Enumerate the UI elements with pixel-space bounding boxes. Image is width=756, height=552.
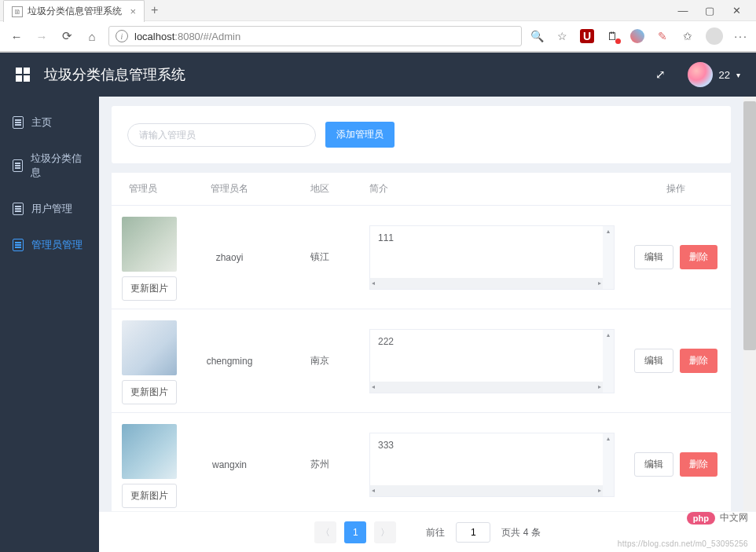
scroll-area[interactable]: 添加管理员 管理员 管理员名 地区 简介 操作 xyxy=(99,97,743,511)
intro-vertical-scrollbar[interactable]: ▴ xyxy=(603,433,614,485)
prev-page-button[interactable]: 〈 xyxy=(314,521,336,543)
extension-note-icon[interactable]: 🗒 xyxy=(605,29,619,43)
goto-label: 前往 xyxy=(426,526,445,539)
favorite-icon[interactable]: ☆ xyxy=(555,29,569,43)
table-row: 更新图片 zhaoyi 镇江 111 ▴ ◂▸ xyxy=(112,206,731,309)
intro-horizontal-scrollbar[interactable]: ◂▸ xyxy=(370,485,603,496)
sidebar-item-label: 主页 xyxy=(31,115,52,130)
profile-icon[interactable] xyxy=(706,27,723,45)
scrollbar-thumb[interactable] xyxy=(743,101,756,350)
cell-intro: 111 xyxy=(370,226,614,250)
forward-button[interactable]: → xyxy=(33,27,50,45)
refresh-button[interactable]: ⟳ xyxy=(58,27,75,45)
favorites-bar-icon[interactable]: ✩ xyxy=(681,29,695,43)
intro-box[interactable]: 333 ▴ ◂▸ xyxy=(369,433,615,497)
app-title: 垃圾分类信息管理系统 xyxy=(44,65,185,84)
cell-name: zhaoyi xyxy=(181,243,278,272)
extension-clip-icon[interactable]: ✎ xyxy=(655,29,670,43)
admin-table: 管理员 管理员名 地区 简介 操作 更新图片 zhao xyxy=(112,173,731,511)
page-icon xyxy=(13,116,24,129)
total-label: 页共 4 条 xyxy=(501,526,540,539)
th-intro: 简介 xyxy=(361,173,621,205)
add-admin-button[interactable]: 添加管理员 xyxy=(325,122,395,148)
browser-tab[interactable]: 🗎 垃圾分类信息管理系统 × xyxy=(3,0,145,22)
table-row: 更新图片 wangxin 苏州 333 ▴ ◂▸ xyxy=(112,413,731,511)
site-info-icon[interactable]: i xyxy=(116,30,128,42)
admin-avatar-image xyxy=(122,320,177,375)
cell-region: 南京 xyxy=(278,345,361,377)
filter-card: 添加管理员 xyxy=(112,106,731,163)
cell-intro: 222 xyxy=(370,330,614,353)
cell-name: chengming xyxy=(181,346,278,376)
edit-button[interactable]: 编辑 xyxy=(634,452,673,477)
intro-horizontal-scrollbar[interactable]: ◂▸ xyxy=(370,382,603,393)
cell-region: 苏州 xyxy=(278,448,361,481)
update-image-button[interactable]: 更新图片 xyxy=(122,484,177,508)
sidebar-item-label: 用户管理 xyxy=(31,202,72,216)
main-content: 添加管理员 管理员 管理员名 地区 简介 操作 xyxy=(99,97,756,552)
cell-region: 镇江 xyxy=(278,241,361,273)
maximize-button[interactable]: ▢ xyxy=(696,2,723,19)
tab-title: 垃圾分类信息管理系统 xyxy=(28,5,122,18)
th-ops: 操作 xyxy=(621,173,731,205)
extension-color-icon[interactable] xyxy=(630,29,644,43)
app-header: 垃圾分类信息管理系统 ⤢ 22 ▾ xyxy=(0,53,756,97)
table-header: 管理员 管理员名 地区 简介 操作 xyxy=(112,173,731,206)
delete-button[interactable]: 删除 xyxy=(680,349,717,373)
goto-page-input[interactable] xyxy=(456,522,490,543)
browser-chrome: 🗎 垃圾分类信息管理系统 × + — ▢ ✕ ← → ⟳ ⌂ i localho… xyxy=(0,0,756,53)
blog-watermark: https://blog.csdn.net/m0_53095256 xyxy=(618,539,748,548)
intro-box[interactable]: 111 ▴ ◂▸ xyxy=(369,225,615,290)
edit-button[interactable]: 编辑 xyxy=(634,245,673,269)
page-icon xyxy=(13,203,24,215)
home-button[interactable]: ⌂ xyxy=(83,27,101,45)
page-icon xyxy=(13,239,24,251)
url-input[interactable]: i localhost:8080/#/Admin xyxy=(108,26,522,46)
ublock-icon[interactable]: U xyxy=(580,29,594,43)
page-icon xyxy=(13,159,23,172)
intro-horizontal-scrollbar[interactable]: ◂▸ xyxy=(370,278,603,289)
cell-name: wangxin xyxy=(181,450,278,480)
th-avatar: 管理员 xyxy=(112,173,181,205)
sidebar-item-trash-info[interactable]: 垃圾分类信息 xyxy=(0,141,99,191)
url-text: localhost:8080/#/Admin xyxy=(134,31,240,42)
admin-avatar-image xyxy=(122,424,177,479)
delete-button[interactable]: 删除 xyxy=(680,452,717,477)
delete-button[interactable]: 删除 xyxy=(680,245,717,269)
intro-vertical-scrollbar[interactable]: ▴ xyxy=(603,226,614,278)
watermark: php 中文网 xyxy=(687,511,748,525)
back-button[interactable]: ← xyxy=(8,27,25,45)
search-input[interactable] xyxy=(127,123,316,147)
sidebar-item-home[interactable]: 主页 xyxy=(0,104,99,141)
window-controls: — ▢ ✕ xyxy=(663,0,756,20)
php-badge: php xyxy=(687,512,715,525)
sidebar: 主页 垃圾分类信息 用户管理 管理员管理 xyxy=(0,97,99,552)
intro-box[interactable]: 222 ▴ ◂▸ xyxy=(369,329,615,393)
sidebar-item-label: 管理员管理 xyxy=(31,238,83,252)
app: 垃圾分类信息管理系统 ⤢ 22 ▾ 主页 垃圾分类信息 用户管理 xyxy=(0,53,756,552)
user-label: 22 xyxy=(719,69,730,81)
sidebar-item-label: 垃圾分类信息 xyxy=(31,152,86,180)
close-tab-icon[interactable]: × xyxy=(130,5,136,17)
intro-vertical-scrollbar[interactable]: ▴ xyxy=(603,330,614,382)
fullscreen-icon[interactable]: ⤢ xyxy=(655,68,666,82)
close-window-button[interactable]: ✕ xyxy=(723,2,750,19)
user-menu[interactable]: 22 ▾ xyxy=(688,62,740,87)
search-icon[interactable]: 🔍 xyxy=(530,29,544,43)
page-number-button[interactable]: 1 xyxy=(344,521,366,543)
more-icon[interactable]: ··· xyxy=(734,29,748,43)
watermark-text: 中文网 xyxy=(720,511,748,525)
update-image-button[interactable]: 更新图片 xyxy=(122,276,177,301)
minimize-button[interactable]: — xyxy=(670,2,696,19)
update-image-button[interactable]: 更新图片 xyxy=(122,380,177,404)
sidebar-item-users[interactable]: 用户管理 xyxy=(0,191,99,227)
main-scrollbar[interactable] xyxy=(743,97,756,511)
sidebar-item-admins[interactable]: 管理员管理 xyxy=(0,227,99,263)
table-row: 更新图片 chengming 南京 222 ▴ ◂▸ xyxy=(112,309,731,413)
chevron-down-icon: ▾ xyxy=(736,71,740,79)
th-name: 管理员名 xyxy=(181,173,278,205)
edit-button[interactable]: 编辑 xyxy=(634,349,673,373)
app-menu-icon[interactable] xyxy=(16,68,30,82)
next-page-button[interactable]: 〉 xyxy=(374,521,396,543)
new-tab-button[interactable]: + xyxy=(145,0,164,20)
